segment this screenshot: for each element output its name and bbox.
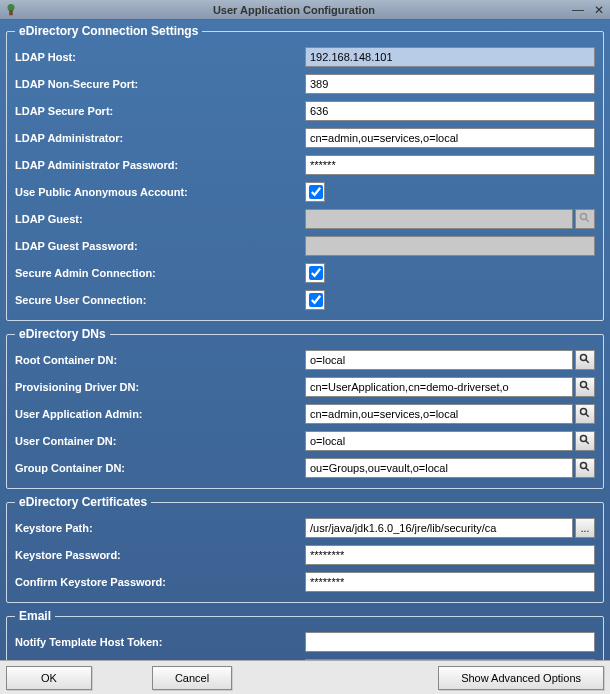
ldap-admin-label: LDAP Administrator: — [15, 132, 305, 144]
keystore-pw-input[interactable] — [305, 545, 595, 565]
ldap-guest-lookup-button — [575, 209, 595, 229]
minimize-icon[interactable]: — — [570, 3, 586, 17]
svg-rect-1 — [9, 10, 13, 15]
ellipsis-icon: ... — [581, 523, 589, 534]
ldap-guest-input — [305, 209, 573, 229]
anon-label: Use Public Anonymous Account: — [15, 186, 305, 198]
ldap-guest-pw-input — [305, 236, 595, 256]
search-icon — [579, 434, 591, 448]
prov-dn-input[interactable] — [305, 377, 573, 397]
user-container-label: User Container DN: — [15, 435, 305, 447]
ldap-admin-input[interactable] — [305, 128, 595, 148]
search-icon — [579, 212, 591, 226]
svg-line-11 — [586, 441, 589, 444]
search-icon — [579, 461, 591, 475]
nonsecure-port-input[interactable] — [305, 74, 595, 94]
show-advanced-button[interactable]: Show Advanced Options — [438, 666, 604, 690]
svg-point-8 — [581, 409, 587, 415]
section-certificates: eDirectory Certificates Keystore Path: .… — [6, 495, 604, 603]
search-icon — [579, 353, 591, 367]
window-title: User Application Configuration — [18, 4, 570, 16]
keystore-pw-label: Keystore Password: — [15, 549, 305, 561]
notify-host-label: Notify Template Host Token: — [15, 636, 305, 648]
titlebar: User Application Configuration — ✕ — [0, 0, 610, 20]
button-bar: OK Cancel Show Advanced Options — [0, 660, 610, 694]
prov-dn-label: Provisioning Driver DN: — [15, 381, 305, 393]
group-container-lookup-button[interactable] — [575, 458, 595, 478]
secure-admin-checkbox[interactable] — [309, 266, 323, 280]
ua-admin-input[interactable] — [305, 404, 573, 424]
keystore-path-label: Keystore Path: — [15, 522, 305, 534]
ldap-host-label: LDAP Host: — [15, 51, 305, 63]
svg-line-5 — [586, 360, 589, 363]
secure-user-label: Secure User Connection: — [15, 294, 305, 306]
ldap-guest-pw-label: LDAP Guest Password: — [15, 240, 305, 252]
group-container-label: Group Container DN: — [15, 462, 305, 474]
svg-point-4 — [581, 355, 587, 361]
svg-line-3 — [586, 219, 589, 222]
svg-point-10 — [581, 436, 587, 442]
root-dn-input[interactable] — [305, 350, 573, 370]
secure-port-label: LDAP Secure Port: — [15, 105, 305, 117]
group-container-input[interactable] — [305, 458, 573, 478]
svg-point-12 — [581, 463, 587, 469]
anon-checkbox[interactable] — [309, 185, 323, 199]
notify-port-input[interactable] — [305, 659, 595, 660]
ldap-guest-label: LDAP Guest: — [15, 213, 305, 225]
ok-button[interactable]: OK — [6, 666, 92, 690]
ua-admin-label: User Application Admin: — [15, 408, 305, 420]
prov-dn-lookup-button[interactable] — [575, 377, 595, 397]
secure-port-input[interactable] — [305, 101, 595, 121]
search-icon — [579, 380, 591, 394]
user-container-input[interactable] — [305, 431, 573, 451]
section-email: Email Notify Template Host Token: Notify… — [6, 609, 604, 660]
notify-host-input[interactable] — [305, 632, 595, 652]
section-email-legend: Email — [15, 609, 55, 623]
root-dn-lookup-button[interactable] — [575, 350, 595, 370]
svg-line-7 — [586, 387, 589, 390]
keystore-path-input[interactable] — [305, 518, 573, 538]
svg-point-6 — [581, 382, 587, 388]
cancel-button[interactable]: Cancel — [152, 666, 232, 690]
app-icon — [4, 3, 18, 17]
section-dns: eDirectory DNs Root Container DN: Provis… — [6, 327, 604, 489]
svg-point-2 — [581, 214, 587, 220]
section-connection: eDirectory Connection Settings LDAP Host… — [6, 24, 604, 321]
nonsecure-port-label: LDAP Non-Secure Port: — [15, 78, 305, 90]
svg-line-13 — [586, 468, 589, 471]
user-container-lookup-button[interactable] — [575, 431, 595, 451]
section-dns-legend: eDirectory DNs — [15, 327, 110, 341]
svg-line-9 — [586, 414, 589, 417]
secure-user-checkbox[interactable] — [309, 293, 323, 307]
ldap-admin-pw-input[interactable] — [305, 155, 595, 175]
close-icon[interactable]: ✕ — [592, 3, 606, 17]
search-icon — [579, 407, 591, 421]
section-certificates-legend: eDirectory Certificates — [15, 495, 151, 509]
secure-admin-label: Secure Admin Connection: — [15, 267, 305, 279]
section-connection-legend: eDirectory Connection Settings — [15, 24, 202, 38]
keystore-pw-confirm-label: Confirm Keystore Password: — [15, 576, 305, 588]
svg-point-0 — [8, 3, 15, 10]
keystore-pw-confirm-input[interactable] — [305, 572, 595, 592]
ldap-host-input[interactable] — [305, 47, 595, 67]
ua-admin-lookup-button[interactable] — [575, 404, 595, 424]
keystore-path-browse-button[interactable]: ... — [575, 518, 595, 538]
ldap-admin-pw-label: LDAP Administrator Password: — [15, 159, 305, 171]
root-dn-label: Root Container DN: — [15, 354, 305, 366]
content-pane: eDirectory Connection Settings LDAP Host… — [0, 20, 610, 660]
